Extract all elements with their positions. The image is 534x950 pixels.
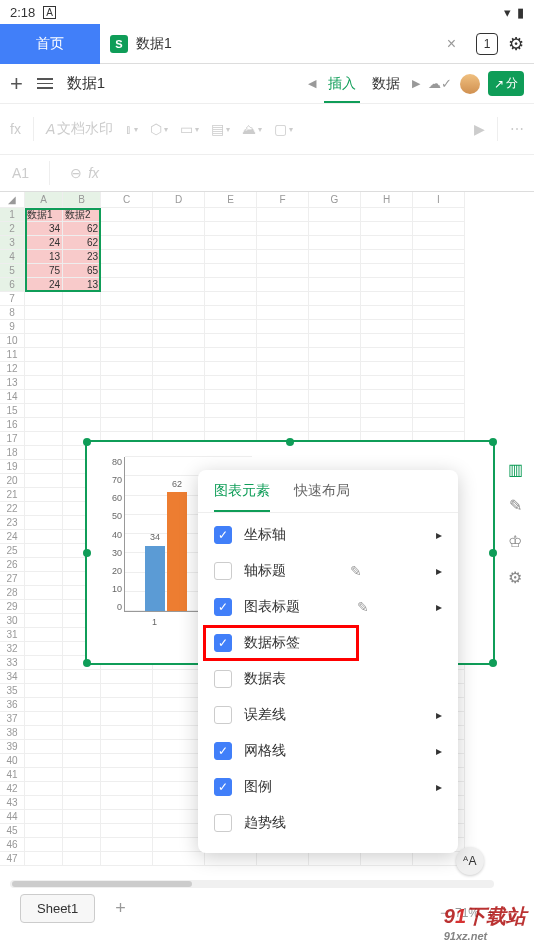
cell[interactable] (153, 264, 205, 278)
chart-element-option[interactable]: 误差线▸ (198, 697, 458, 733)
cell[interactable] (101, 208, 153, 222)
cell[interactable] (25, 628, 63, 642)
row-header[interactable]: 15 (0, 404, 25, 418)
cell[interactable] (25, 320, 63, 334)
cell[interactable] (413, 320, 465, 334)
cell[interactable] (309, 852, 361, 866)
cell[interactable] (309, 208, 361, 222)
row-header[interactable]: 13 (0, 376, 25, 390)
cell[interactable] (361, 348, 413, 362)
row-header[interactable]: 30 (0, 614, 25, 628)
cell[interactable] (63, 292, 101, 306)
cell[interactable] (25, 432, 63, 446)
cell[interactable] (25, 404, 63, 418)
cell[interactable] (257, 236, 309, 250)
more-icon[interactable]: ⋯ (510, 121, 524, 137)
row-header[interactable]: 6 (0, 278, 25, 292)
cell[interactable] (153, 236, 205, 250)
ai-icon[interactable]: ♔ (504, 530, 526, 552)
cell[interactable] (361, 376, 413, 390)
row-header[interactable]: 37 (0, 712, 25, 726)
cell[interactable] (361, 320, 413, 334)
cell[interactable] (25, 796, 63, 810)
chart-element-option[interactable]: 数据表 (198, 661, 458, 697)
cell[interactable] (413, 334, 465, 348)
checkbox[interactable] (214, 706, 232, 724)
cell[interactable] (25, 306, 63, 320)
cell[interactable] (309, 236, 361, 250)
cell[interactable] (63, 698, 101, 712)
cell[interactable] (361, 236, 413, 250)
cell[interactable] (63, 712, 101, 726)
cell[interactable] (413, 250, 465, 264)
cell[interactable] (361, 418, 413, 432)
cell[interactable] (63, 824, 101, 838)
menu-insert[interactable]: 插入 (324, 73, 360, 95)
close-icon[interactable]: × (447, 35, 456, 53)
cell[interactable]: 数据1 (25, 208, 63, 222)
chevron-right-icon[interactable]: ▸ (436, 600, 442, 614)
cell[interactable] (101, 404, 153, 418)
cell[interactable] (205, 390, 257, 404)
chevron-right-icon[interactable]: ▸ (436, 564, 442, 578)
popup-tab-layout[interactable]: 快速布局 (294, 482, 350, 512)
cell[interactable] (101, 264, 153, 278)
cell[interactable] (413, 306, 465, 320)
select-all-corner[interactable]: ◢ (0, 192, 25, 208)
cell[interactable] (257, 376, 309, 390)
cell[interactable] (101, 726, 153, 740)
cell[interactable] (257, 320, 309, 334)
cell[interactable] (25, 614, 63, 628)
cell[interactable] (413, 362, 465, 376)
cell[interactable] (25, 852, 63, 866)
cell[interactable] (153, 418, 205, 432)
cell[interactable]: 13 (25, 250, 63, 264)
col-header[interactable]: I (413, 192, 465, 208)
cell[interactable] (413, 376, 465, 390)
row-header[interactable]: 25 (0, 544, 25, 558)
row-header[interactable]: 29 (0, 600, 25, 614)
chart-element-option[interactable]: ✓坐标轴▸ (198, 517, 458, 553)
cell-ref-box[interactable]: A1 (12, 165, 29, 181)
cell[interactable] (63, 838, 101, 852)
cell[interactable] (101, 768, 153, 782)
cell[interactable] (25, 446, 63, 460)
cell[interactable] (153, 278, 205, 292)
chart-tool[interactable]: ⫾▾ (125, 121, 138, 137)
cell[interactable] (361, 362, 413, 376)
cell[interactable] (101, 740, 153, 754)
row-header[interactable]: 45 (0, 824, 25, 838)
cell[interactable] (361, 852, 413, 866)
cell[interactable] (63, 852, 101, 866)
cell[interactable] (63, 418, 101, 432)
cell[interactable] (361, 264, 413, 278)
cell[interactable] (153, 348, 205, 362)
cell[interactable] (63, 684, 101, 698)
row-header[interactable]: 28 (0, 586, 25, 600)
row-header[interactable]: 35 (0, 684, 25, 698)
cell[interactable] (25, 558, 63, 572)
cell[interactable] (101, 236, 153, 250)
cell[interactable]: 65 (63, 264, 101, 278)
row-header[interactable]: 11 (0, 348, 25, 362)
cell[interactable] (153, 320, 205, 334)
cell[interactable] (205, 208, 257, 222)
cell[interactable] (205, 292, 257, 306)
add-sheet-button[interactable]: + (115, 898, 126, 919)
cell[interactable] (205, 264, 257, 278)
row-header[interactable]: 40 (0, 754, 25, 768)
cell[interactable] (101, 362, 153, 376)
cell[interactable] (63, 670, 101, 684)
cell[interactable] (63, 404, 101, 418)
cell[interactable] (101, 824, 153, 838)
cell[interactable] (25, 418, 63, 432)
chart-element-option[interactable]: ✓图例▸ (198, 769, 458, 805)
chart-element-option[interactable]: ✓图表标题✎▸ (198, 589, 458, 625)
cell[interactable] (257, 334, 309, 348)
cell[interactable] (25, 572, 63, 586)
fx-icon[interactable]: fx (10, 121, 21, 137)
checkbox[interactable]: ✓ (214, 526, 232, 544)
cell[interactable] (63, 348, 101, 362)
cell[interactable] (153, 250, 205, 264)
cell[interactable] (205, 362, 257, 376)
